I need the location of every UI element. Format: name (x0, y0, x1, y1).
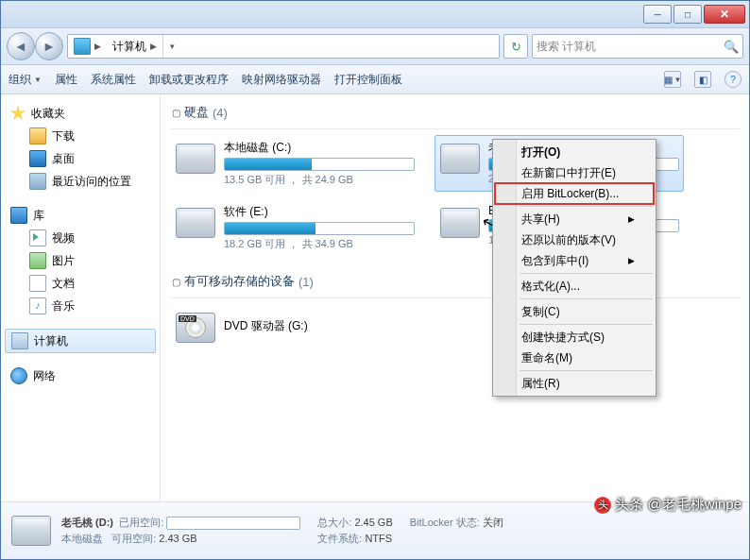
maximize-button[interactable]: □ (673, 5, 702, 24)
usage-bar (224, 158, 415, 171)
content-pane: ▢ 硬盘 (4) 本地磁盘 (C:) 13.5 GB 可用 ， 共 24.9 G… (161, 94, 749, 501)
details-usage-bar (166, 517, 300, 530)
details-title: 老毛桃 (D:) (61, 517, 113, 528)
collapse-icon: ▢ (172, 108, 180, 118)
close-button[interactable]: ✕ (704, 5, 745, 24)
sidebar-libraries[interactable]: 库 (1, 204, 160, 227)
sidebar-favorites[interactable]: 收藏夹 (1, 102, 160, 125)
toolbar-map-drive[interactable]: 映射网络驱动器 (242, 72, 321, 88)
ctx-properties[interactable]: 属性(R) (495, 373, 654, 394)
computer-icon (11, 332, 28, 349)
network-icon (10, 367, 27, 384)
drive-label: DVD 驱动器 (G:) (224, 318, 415, 336)
sidebar: 收藏夹 下载 桌面 最近访问的位置 库 视频 图片 文档 ♪音乐 计算机 网络 (1, 94, 161, 501)
drive-label: 本地磁盘 (C:) (224, 140, 415, 158)
collapse-icon: ▢ (172, 277, 180, 287)
search-icon: 🔍 (724, 40, 739, 54)
music-icon: ♪ (29, 297, 46, 314)
drive-e[interactable]: 软件 (E:) 18.2 GB 可用 ， 共 34.9 GB (170, 199, 419, 256)
breadcrumb[interactable]: ▶ 计算机▶ ▾ (67, 34, 500, 59)
toolbar-organize[interactable]: 组织▼ (9, 72, 42, 88)
usage-bar (224, 222, 415, 235)
video-icon (29, 229, 46, 246)
sidebar-network[interactable]: 网络 (1, 365, 160, 387)
titlebar: ─ □ ✕ (1, 1, 749, 28)
ctx-enable-bitlocker[interactable]: 启用 BitLocker(B)... (495, 183, 654, 204)
ctx-include-library[interactable]: 包含到库中(I)▶ (495, 250, 654, 271)
toolbar-properties[interactable]: 属性 (55, 72, 77, 88)
group-hard-drives[interactable]: ▢ 硬盘 (4) (170, 100, 740, 129)
sidebar-pictures[interactable]: 图片 (1, 249, 160, 272)
ctx-rename[interactable]: 重命名(M) (495, 348, 654, 368)
ctx-share[interactable]: 共享(H)▶ (495, 209, 654, 229)
hdd-icon (176, 144, 215, 174)
hdd-icon (11, 516, 51, 546)
hdd-icon (440, 144, 480, 174)
star-icon (10, 106, 26, 121)
forward-button[interactable]: ► (35, 32, 63, 60)
minimize-button[interactable]: ─ (643, 5, 672, 24)
computer-icon (74, 38, 91, 55)
drive-g[interactable]: DVD DVD 驱动器 (G:) (170, 304, 419, 351)
sidebar-music[interactable]: ♪音乐 (1, 295, 160, 317)
help-button[interactable]: ? (724, 71, 741, 88)
hdd-icon (440, 208, 480, 238)
toolbar-uninstall[interactable]: 卸载或更改程序 (149, 72, 229, 88)
toolbar-sys-properties[interactable]: 系统属性 (91, 72, 136, 88)
hdd-icon (176, 208, 215, 238)
ctx-restore-versions[interactable]: 还原以前的版本(V) (495, 229, 654, 250)
details-subtitle: 本地磁盘 (61, 533, 103, 544)
ctx-create-shortcut[interactable]: 创建快捷方式(S) (495, 327, 654, 348)
refresh-button[interactable]: ↻ (503, 34, 528, 59)
sidebar-recent[interactable]: 最近访问的位置 (1, 170, 160, 193)
submenu-arrow-icon: ▶ (628, 214, 635, 224)
view-options-button[interactable]: ▦▼ (664, 71, 681, 88)
download-icon (29, 127, 46, 144)
back-button[interactable]: ◄ (7, 32, 35, 60)
explorer-window: ─ □ ✕ ◄ ► ▶ 计算机▶ ▾ ↻ 搜索 计算机 🔍 组织▼ 属性 系统属… (0, 0, 750, 560)
drive-label: 软件 (E:) (224, 204, 415, 222)
desktop-icon (29, 150, 46, 167)
recent-icon (29, 173, 46, 190)
toolbar: 组织▼ 属性 系统属性 卸载或更改程序 映射网络驱动器 打开控制面板 ▦▼ ◧ … (1, 65, 749, 94)
document-icon (29, 275, 46, 292)
breadcrumb-label: 计算机 (112, 39, 146, 55)
drive-subtext: 18.2 GB 可用 ， 共 34.9 GB (224, 237, 415, 251)
preview-pane-button[interactable]: ◧ (694, 71, 711, 88)
ctx-open[interactable]: 打开(O) (495, 142, 654, 162)
dvd-icon: DVD (176, 313, 215, 343)
nav-row: ◄ ► ▶ 计算机▶ ▾ ↻ 搜索 计算机 🔍 (1, 28, 749, 65)
ctx-open-new-window[interactable]: 在新窗口中打开(E) (495, 162, 654, 183)
sidebar-computer[interactable]: 计算机 (5, 329, 156, 353)
ctx-copy[interactable]: 复制(C) (495, 301, 654, 322)
details-pane: 老毛桃 (D:) 已用空间: 本地磁盘 可用空间: 2.43 GB 总大小: 2… (1, 501, 749, 559)
search-input[interactable]: 搜索 计算机 🔍 (532, 34, 743, 59)
sidebar-downloads[interactable]: 下载 (1, 125, 160, 147)
breadcrumb-dropdown[interactable]: ▾ (162, 35, 180, 58)
ctx-format[interactable]: 格式化(A)... (495, 276, 654, 297)
picture-icon (29, 252, 46, 269)
sidebar-videos[interactable]: 视频 (1, 227, 160, 249)
drive-c[interactable]: 本地磁盘 (C:) 13.5 GB 可用 ， 共 24.9 GB (170, 135, 419, 192)
drive-subtext: 13.5 GB 可用 ， 共 24.9 GB (224, 173, 415, 187)
sidebar-desktop[interactable]: 桌面 (1, 147, 160, 170)
toolbar-control-panel[interactable]: 打开控制面板 (334, 72, 402, 88)
submenu-arrow-icon: ▶ (628, 256, 635, 265)
library-icon (10, 207, 27, 224)
context-menu: 打开(O) 在新窗口中打开(E) 启用 BitLocker(B)... 共享(H… (492, 139, 656, 397)
search-placeholder: 搜索 计算机 (537, 39, 596, 55)
sidebar-documents[interactable]: 文档 (1, 272, 160, 295)
